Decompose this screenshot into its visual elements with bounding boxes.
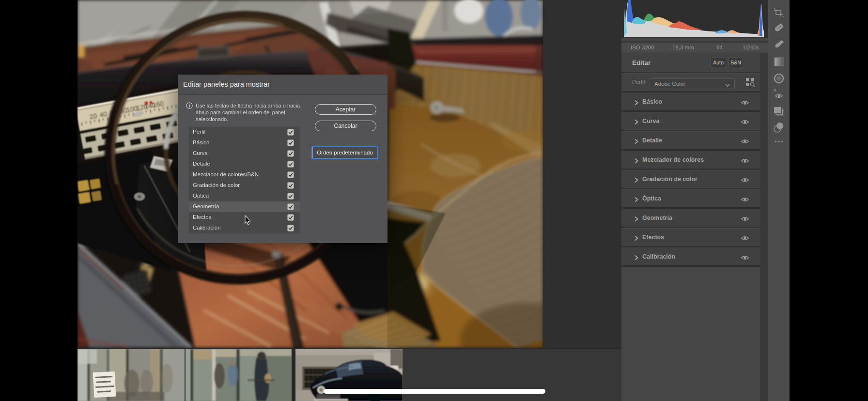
svg-text:40: 40 (99, 110, 108, 119)
svg-text:20: 20 (89, 112, 98, 121)
